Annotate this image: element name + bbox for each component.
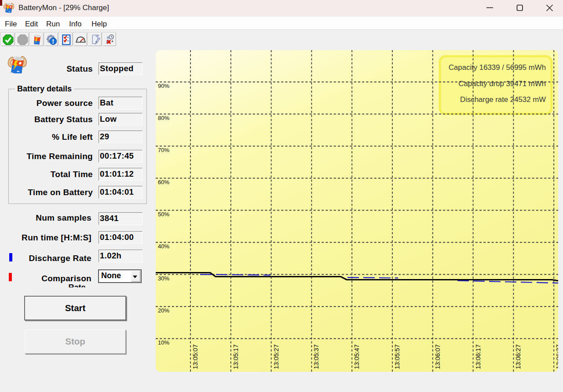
svg-text:13:05:07: 13:05:07 <box>192 345 199 369</box>
svg-text:13:06:17: 13:06:17 <box>475 345 482 369</box>
svg-text:80%: 80% <box>158 115 169 121</box>
svg-text:10%: 10% <box>158 339 169 346</box>
svg-text:40%: 40% <box>158 243 169 250</box>
svg-text:13:05:27: 13:05:27 <box>273 345 280 369</box>
svg-text:Capacity drop 39471 mWh: Capacity drop 39471 mWh <box>458 80 546 88</box>
svg-text:60%: 60% <box>158 179 169 185</box>
svg-text:13:05:37: 13:05:37 <box>313 345 320 369</box>
svg-text:50%: 50% <box>158 211 169 218</box>
svg-text:90%: 90% <box>158 83 169 89</box>
svg-text:20%: 20% <box>158 307 169 314</box>
svg-text:13:05:57: 13:05:57 <box>394 345 401 369</box>
svg-text:Capacity 16339 / 56995 mWh: Capacity 16339 / 56995 mWh <box>449 63 546 72</box>
svg-text:13:06:37: 13:06:37 <box>555 345 558 369</box>
svg-text:13:06:27: 13:06:27 <box>515 345 522 369</box>
svg-text:13:06:07: 13:06:07 <box>434 345 441 369</box>
svg-text:13:05:47: 13:05:47 <box>353 345 360 369</box>
svg-text:30%: 30% <box>158 275 169 282</box>
svg-text:13:05:17: 13:05:17 <box>232 345 239 369</box>
svg-text:70%: 70% <box>158 147 169 153</box>
